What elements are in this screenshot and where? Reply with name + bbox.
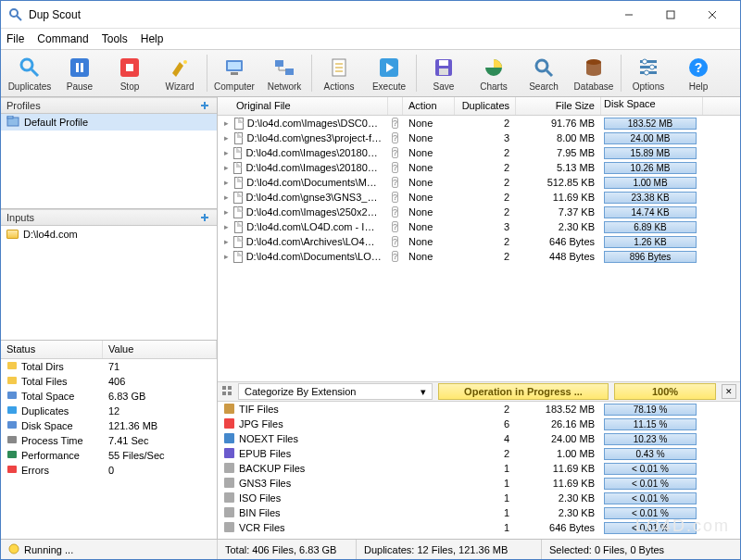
expand-icon[interactable]: ▸ — [223, 133, 231, 143]
svg-rect-58 — [224, 433, 234, 443]
status-row[interactable]: Total Files406 — [1, 374, 217, 389]
menu-tools[interactable]: Tools — [102, 32, 128, 45]
extension-row[interactable]: TIF Files2183.52 MB78.19 % — [218, 402, 740, 417]
close-category-button[interactable]: ✕ — [722, 384, 736, 399]
result-row[interactable]: ▸D:\lo4d.com\LO4D.com - Image.bin?None32… — [218, 219, 740, 234]
status-row[interactable]: Duplicates12 — [1, 404, 217, 418]
save-button[interactable]: Save — [419, 51, 469, 95]
file-icon — [233, 236, 242, 248]
result-row[interactable]: ▸D:\lo4d.com\Images\DSC00011.tif?None291… — [218, 116, 740, 131]
result-row[interactable]: ▸D:\lo4d.com\gnes3\project-files\d...?No… — [218, 131, 740, 145]
execute-button[interactable]: Execute — [364, 51, 414, 95]
status-row[interactable]: Total Dirs71 — [1, 359, 217, 374]
charts-icon — [482, 56, 506, 80]
network-button[interactable]: Network — [259, 51, 309, 95]
actions-button[interactable]: Actions — [314, 51, 364, 95]
menu-help[interactable]: Help — [141, 32, 164, 45]
svg-text:?: ? — [695, 60, 703, 75]
col-file-size[interactable]: File Size — [516, 97, 601, 115]
status-row[interactable]: Errors0 — [1, 463, 217, 478]
svg-rect-44 — [7, 362, 17, 369]
categorize-dropdown[interactable]: Categorize By Extension ▾ — [238, 383, 433, 400]
col-action[interactable]: Action — [403, 97, 455, 115]
gns3-icon — [223, 477, 235, 491]
pause-button[interactable]: Pause — [55, 51, 105, 95]
svg-rect-45 — [7, 377, 17, 384]
maximize-button[interactable] — [649, 2, 691, 28]
pct-bar: 11.15 % — [604, 418, 697, 430]
charts-button[interactable]: Charts — [469, 51, 519, 95]
result-row[interactable]: ▸D:\lo4d.com\gnse3\GNS3_SW_Net...?None21… — [218, 190, 740, 205]
status-row[interactable]: Disk Space121.36 MB — [1, 418, 217, 433]
menu-file[interactable]: File — [6, 32, 24, 45]
minimize-button[interactable] — [608, 2, 649, 28]
expand-icon[interactable]: ▸ — [223, 207, 230, 217]
question-icon[interactable]: ? — [392, 177, 398, 188]
extension-row[interactable]: ISO Files12.30 KB< 0.01 % — [218, 491, 740, 505]
actions-icon — [327, 56, 351, 80]
options-button[interactable]: Options — [623, 51, 673, 95]
stop-button[interactable]: Stop — [105, 51, 155, 95]
expand-icon[interactable]: ▸ — [223, 148, 230, 157]
duplicates-button[interactable]: Duplicates — [5, 51, 55, 95]
result-row[interactable]: ▸D:\lo4d.com\Images\20180714_150...?None… — [218, 160, 740, 175]
pct-bar: < 0.01 % — [604, 463, 697, 475]
status-row[interactable]: Process Time7.41 Sec — [1, 433, 217, 448]
question-icon[interactable]: ? — [392, 132, 398, 143]
question-icon[interactable]: ? — [392, 192, 398, 203]
result-row[interactable]: ▸D:\lo4d.com\Archives\LO4D.com - ...?Non… — [218, 234, 740, 249]
col-duplicates[interactable]: Duplicates — [455, 97, 516, 115]
computer-button[interactable]: Computer — [209, 51, 259, 95]
expand-icon[interactable]: ▸ — [223, 237, 230, 246]
expand-icon[interactable]: ▸ — [223, 222, 231, 231]
question-icon[interactable]: ? — [392, 206, 398, 218]
col-status[interactable]: Status — [1, 341, 103, 358]
col-original-file[interactable]: Original File — [218, 97, 388, 115]
extension-row[interactable]: NOEXT Files424.00 MB10.23 % — [218, 431, 740, 446]
extension-row[interactable]: EPUB Files21.00 MB0.43 % — [218, 446, 740, 461]
space-bar: 24.00 MB — [604, 132, 697, 144]
result-row[interactable]: ▸D:\lo4d.com\Images\250x250_logo...?None… — [218, 205, 740, 219]
expand-icon[interactable]: ▸ — [223, 193, 230, 202]
question-icon[interactable]: ? — [392, 162, 398, 173]
expand-icon[interactable]: ▸ — [223, 252, 230, 261]
help-button[interactable]: ?Help — [673, 51, 723, 95]
search-button[interactable]: Search — [519, 51, 569, 95]
inputs-label: Inputs — [6, 212, 34, 223]
result-row[interactable]: ▸D:\lo4d.com\Documents\Metamor...?None25… — [218, 175, 740, 190]
file-icon — [234, 177, 244, 189]
input-item[interactable]: D:\lo4d.com — [1, 226, 217, 243]
expand-icon[interactable]: ▸ — [223, 118, 231, 128]
status-row[interactable]: Performance55 Files/Sec — [1, 448, 217, 463]
database-button[interactable]: Database — [569, 51, 619, 95]
extension-row[interactable]: JPG Files626.16 MB11.15 % — [218, 417, 740, 431]
svg-point-33 — [643, 59, 647, 64]
question-icon[interactable]: ? — [392, 147, 398, 158]
col-value[interactable]: Value — [103, 341, 217, 358]
question-icon[interactable]: ? — [392, 221, 398, 232]
extension-row[interactable]: VCR Files1646 Bytes< 0.01 % — [218, 520, 740, 535]
profile-item[interactable]: Default Profile — [1, 114, 217, 131]
close-button[interactable] — [691, 2, 733, 28]
database-icon — [582, 56, 606, 80]
result-row[interactable]: ▸D:\lo4d.com\Documents\LO4D - Te...?None… — [218, 249, 740, 264]
expand-icon[interactable]: ▸ — [223, 163, 230, 172]
toolbar: DuplicatesPauseStopWizardComputerNetwork… — [1, 49, 740, 97]
col-disk-space[interactable]: Disk Space — [601, 97, 703, 115]
question-icon[interactable]: ? — [392, 251, 398, 262]
tif-icon — [223, 403, 235, 417]
extension-row[interactable]: GNS3 Files111.69 KB< 0.01 % — [218, 476, 740, 491]
expand-icon[interactable]: ▸ — [223, 178, 231, 187]
wizard-button[interactable]: Wizard — [155, 51, 205, 95]
add-input-button[interactable] — [198, 211, 211, 224]
question-icon[interactable]: ? — [392, 118, 398, 129]
status-row[interactable]: Total Space6.83 GB — [1, 389, 217, 404]
wizard-icon — [168, 56, 192, 80]
result-row[interactable]: ▸D:\lo4d.com\Images\20180714_140...?None… — [218, 145, 740, 160]
menu-command[interactable]: Command — [37, 32, 88, 45]
add-profile-button[interactable] — [198, 99, 211, 112]
extension-row[interactable]: BACKUP Files111.69 KB< 0.01 % — [218, 461, 740, 476]
bin-icon — [223, 506, 235, 520]
question-icon[interactable]: ? — [392, 236, 398, 247]
extension-row[interactable]: BIN Files12.30 KB< 0.01 % — [218, 505, 740, 520]
